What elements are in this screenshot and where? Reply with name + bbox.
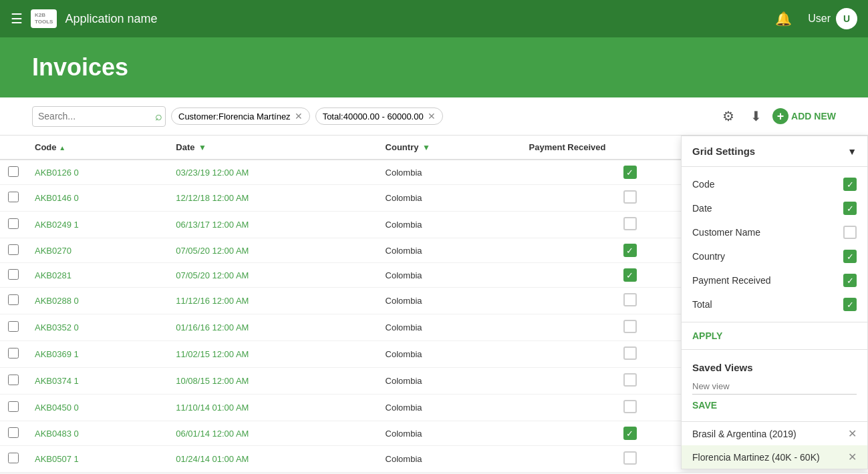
page-title: Invoices: [32, 53, 836, 81]
saved-view-remove-icon[interactable]: ✕: [848, 427, 857, 440]
row-date: 06/01/14 12:00 AM: [168, 421, 377, 446]
panel-title: Grid Settings: [692, 146, 755, 157]
panel-header: Grid Settings ▼: [682, 136, 867, 167]
row-checkbox-cell[interactable]: [0, 263, 27, 288]
settings-button[interactable]: ⚙: [717, 105, 740, 127]
saved-view-remove-icon[interactable]: ✕: [848, 451, 857, 463]
app-title: Application name: [65, 12, 767, 26]
row-checkbox[interactable]: [8, 218, 19, 229]
row-checkbox-cell[interactable]: [0, 238, 27, 263]
saved-view-item[interactable]: Brasil & Argentina (2019) ✕: [682, 422, 867, 445]
payment-check-icon: ✓: [623, 268, 637, 282]
add-new-button[interactable]: + ADD NEW: [772, 108, 836, 124]
row-checkbox[interactable]: [8, 348, 19, 359]
apply-section: APPLY: [682, 322, 867, 350]
row-date: 11/10/14 01:00 AM: [168, 395, 377, 421]
row-country: Colombia: [378, 185, 521, 212]
payment-check-icon: ✓: [623, 427, 637, 440]
row-country: Colombia: [378, 314, 521, 341]
row-checkbox-cell[interactable]: [0, 395, 27, 421]
download-button[interactable]: ⬇: [745, 105, 767, 127]
apply-button[interactable]: APPLY: [682, 325, 733, 346]
row-code[interactable]: AKB0450 0: [27, 395, 168, 421]
row-date: 06/13/17 12:00 AM: [168, 212, 377, 238]
field-checkbox-date[interactable]: ✓: [843, 202, 857, 215]
row-country: Colombia: [378, 212, 521, 238]
notification-bell-icon[interactable]: 🔔: [775, 11, 792, 27]
app-logo: K2B TOOLS: [31, 9, 57, 27]
chevron-down-icon[interactable]: ▼: [847, 146, 857, 157]
row-checkbox[interactable]: [8, 427, 19, 438]
row-checkbox-cell[interactable]: [0, 341, 27, 368]
row-checkbox[interactable]: [8, 166, 19, 177]
saved-view-item[interactable]: Florencia Martinez (40K - 60K) ✕: [682, 445, 867, 469]
row-date: 07/05/20 12:00 AM: [168, 263, 377, 288]
row-code[interactable]: AKB0507 1: [27, 446, 168, 473]
row-code[interactable]: AKB0249 1: [27, 212, 168, 238]
row-date: 10/08/15 12:00 AM: [168, 368, 377, 395]
avatar[interactable]: U: [836, 8, 857, 29]
row-code[interactable]: AKB0369 1: [27, 341, 168, 368]
col-date[interactable]: Date ▼: [168, 136, 377, 160]
row-checkbox-cell[interactable]: [0, 368, 27, 395]
col-country[interactable]: Country ▼: [378, 136, 521, 160]
save-view-button[interactable]: SAVE: [682, 397, 728, 416]
payment-empty-icon: [623, 400, 637, 413]
row-code[interactable]: AKB0352 0: [27, 314, 168, 341]
row-country: Colombia: [378, 288, 521, 314]
row-checkbox[interactable]: [8, 244, 19, 255]
field-checkbox-customer_name[interactable]: [843, 226, 857, 239]
row-checkbox-cell[interactable]: [0, 212, 27, 238]
row-code[interactable]: AKB0483 0: [27, 421, 168, 446]
field-label-payment: Payment Received: [692, 275, 771, 286]
filter-chip-total-remove[interactable]: ✕: [428, 111, 436, 122]
payment-empty-icon: [623, 190, 637, 204]
row-code[interactable]: AKB0126 0: [27, 160, 168, 185]
saved-view-label: Florencia Martinez (40K - 60K): [692, 452, 820, 463]
field-label-date: Date: [692, 203, 712, 214]
row-checkbox-cell[interactable]: [0, 160, 27, 185]
user-info: User U: [808, 8, 857, 29]
search-icon[interactable]: ⌕: [155, 109, 162, 124]
row-code[interactable]: AKB0374 1: [27, 368, 168, 395]
row-checkbox-cell[interactable]: [0, 314, 27, 341]
row-code[interactable]: AKB0146 0: [27, 185, 168, 212]
field-checkbox-payment[interactable]: ✓: [843, 274, 857, 287]
menu-icon[interactable]: ☰: [11, 11, 23, 27]
saved-views-section: Saved Views SAVE: [682, 350, 867, 422]
search-input[interactable]: [38, 111, 155, 122]
row-code[interactable]: AKB0270: [27, 238, 168, 263]
filter-chip-customer-remove[interactable]: ✕: [295, 111, 303, 122]
col-code[interactable]: Code ▲: [27, 136, 168, 160]
row-date: 07/05/20 12:00 AM: [168, 238, 377, 263]
add-new-label: ADD NEW: [791, 111, 836, 122]
row-checkbox-cell[interactable]: [0, 421, 27, 446]
field-row-country: Country ✓: [682, 244, 867, 268]
row-code[interactable]: AKB0281: [27, 263, 168, 288]
row-checkbox[interactable]: [8, 321, 19, 332]
row-checkbox-cell[interactable]: [0, 185, 27, 212]
field-checkbox-code[interactable]: ✓: [843, 178, 857, 191]
payment-empty-icon: [623, 217, 637, 230]
row-checkbox[interactable]: [8, 192, 19, 202]
main-content: Code ▲ Date ▼ Country ▼ Payment Received…: [0, 136, 868, 473]
row-checkbox[interactable]: [8, 294, 19, 305]
saved-view-label: Brasil & Argentina (2019): [692, 429, 797, 439]
row-checkbox[interactable]: [8, 375, 19, 385]
field-checkbox-country[interactable]: ✓: [843, 250, 857, 263]
field-label-code: Code: [692, 179, 714, 190]
search-box[interactable]: ⌕: [32, 106, 166, 127]
row-checkbox-cell[interactable]: [0, 446, 27, 473]
row-checkbox[interactable]: [8, 453, 19, 463]
row-date: 12/12/18 12:00 AM: [168, 185, 377, 212]
row-country: Colombia: [378, 446, 521, 473]
row-country: Colombia: [378, 421, 521, 446]
filter-icon-date: ▼: [198, 143, 206, 152]
row-checkbox[interactable]: [8, 401, 19, 412]
new-view-input[interactable]: [692, 379, 857, 395]
row-code[interactable]: AKB0288 0: [27, 288, 168, 314]
field-row-payment: Payment Received ✓: [682, 268, 867, 292]
field-checkbox-total[interactable]: ✓: [843, 298, 857, 311]
row-checkbox-cell[interactable]: [0, 288, 27, 314]
row-checkbox[interactable]: [8, 269, 19, 280]
